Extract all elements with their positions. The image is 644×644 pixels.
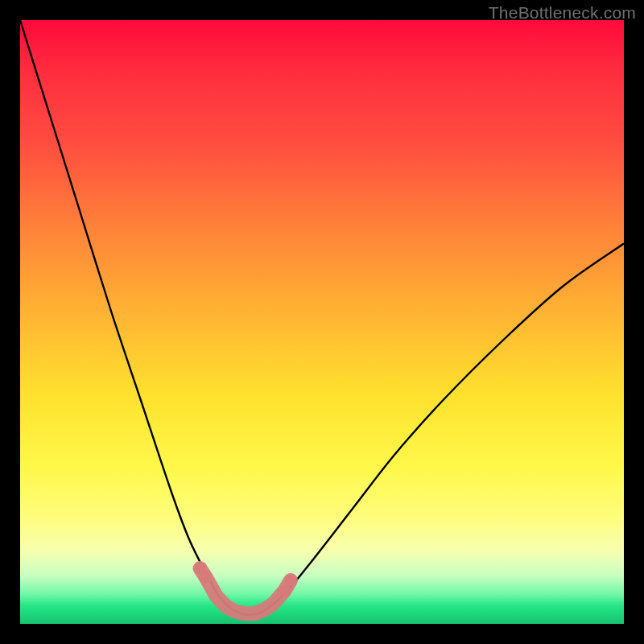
marker-dot [199,571,212,584]
bottleneck-curve [20,20,624,615]
watermark-text: TheBottleneck.com [489,3,636,23]
chart-svg [20,20,624,624]
curve-group [20,20,624,615]
marker-dot [285,575,296,586]
marker-dot [279,584,291,597]
plot-area [20,20,624,624]
marker-group [195,563,297,613]
marker-capsule [200,568,291,613]
chart-frame: TheBottleneck.com [0,0,644,644]
